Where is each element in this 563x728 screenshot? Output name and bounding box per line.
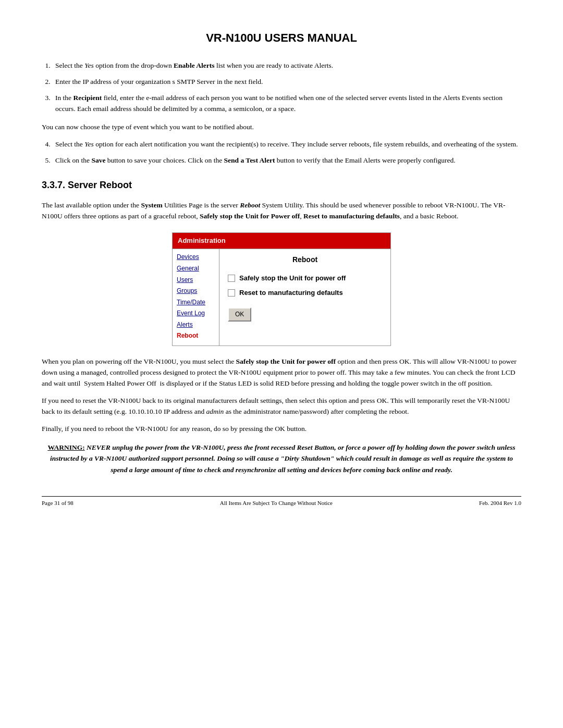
list-item-3: In the Recipient field, enter the e-mail… [52, 93, 521, 115]
list-item-2: Enter the IP address of your organizatio… [52, 77, 521, 88]
checkbox-power-off-label: Safely stop the Unit for power off [239, 273, 346, 283]
list-item-4: Select the Yes option for each alert not… [52, 139, 521, 150]
para-reboot: Finally, if you need to reboot the VR-N1… [42, 424, 521, 435]
footer-page: Page 31 of 98 [42, 500, 74, 506]
sidebar-item-general[interactable]: General [177, 264, 215, 274]
ui-body: Devices General Users Groups Time/Date E… [173, 249, 390, 346]
sidebar-item-eventlog[interactable]: Event Log [177, 309, 215, 318]
list-item-5: Click on the Save button to save your ch… [52, 155, 521, 166]
footer-notice: All Items Are Subject To Change Without … [220, 500, 333, 506]
section-intro: The last available option under the Syst… [42, 200, 521, 222]
warning-label: WARNING: [47, 443, 84, 451]
checkbox-row-reset: Reset to manufacturing defaults [228, 288, 382, 298]
checkbox-reset[interactable] [228, 289, 235, 297]
ui-sidebar: Devices General Users Groups Time/Date E… [173, 249, 219, 346]
page-title: VR-N100U USERS MANUAL [42, 31, 521, 45]
sidebar-item-users[interactable]: Users [177, 275, 215, 285]
section-heading-reboot: 3.3.7. Server Reboot [42, 178, 521, 193]
para-power-off: When you plan on powering off the VR-N10… [42, 356, 521, 389]
page-footer: Page 31 of 98 All Items Are Subject To C… [42, 496, 521, 506]
ui-header: Administration [173, 233, 390, 249]
sidebar-item-alerts[interactable]: Alerts [177, 320, 215, 330]
sidebar-item-timedate[interactable]: Time/Date [177, 298, 215, 307]
warning-text: NEVER unplug the power from the VR-N100U… [50, 443, 516, 474]
checkbox-reset-label: Reset to manufacturing defaults [239, 288, 343, 298]
para-notify: You can now choose the type of event whi… [42, 122, 521, 133]
checkbox-row-power-off: Safely stop the Unit for power off [228, 273, 382, 283]
list-item-1: Select the Yes option from the drop-down… [52, 60, 521, 71]
sidebar-item-groups[interactable]: Groups [177, 286, 215, 296]
checkbox-power-off[interactable] [228, 275, 235, 282]
footer-date: Feb. 2004 Rev 1.0 [479, 500, 521, 506]
ui-main-title: Reboot [228, 254, 382, 266]
ui-screenshot: Administration Devices General Users Gro… [172, 232, 391, 346]
warning-block: WARNING: NEVER unplug the power from the… [42, 442, 521, 476]
sidebar-item-reboot[interactable]: Reboot [177, 331, 215, 341]
para-reset: If you need to reset the VR-N100U back t… [42, 396, 521, 417]
ui-main-panel: Reboot Safely stop the Unit for power of… [219, 249, 390, 346]
ok-button[interactable]: OK [228, 307, 251, 322]
sidebar-item-devices[interactable]: Devices [177, 252, 215, 262]
